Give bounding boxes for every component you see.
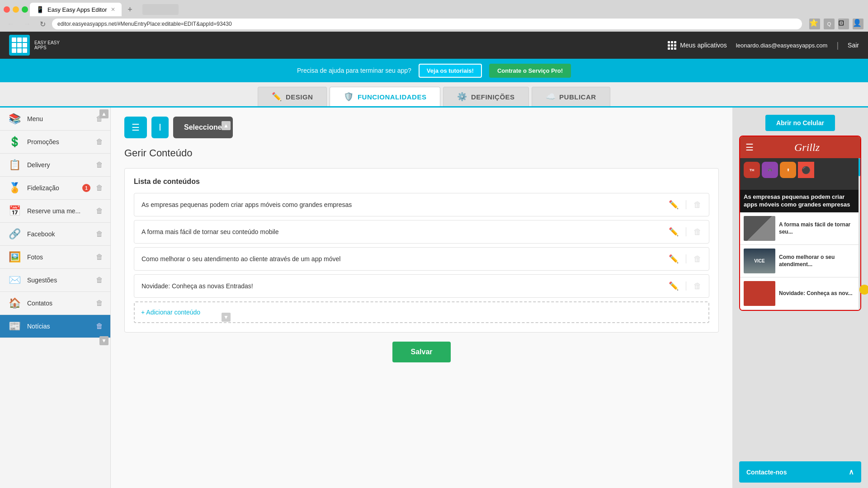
tab-close-icon[interactable]: ✕ bbox=[111, 6, 115, 13]
text-icon: Ⅰ bbox=[159, 122, 161, 133]
content-list-title: Lista de conteúdos bbox=[134, 178, 709, 186]
news-thumb-2: VICE bbox=[744, 249, 775, 273]
reserve-delete-icon[interactable]: 🗑 bbox=[96, 207, 103, 215]
maximize-button[interactable] bbox=[22, 6, 28, 13]
sidebar-item-delivery[interactable]: 📋 Delivery 🗑 bbox=[0, 154, 110, 177]
browser-tab[interactable]: 📱 Easy Easy Apps Editor ✕ bbox=[30, 3, 122, 16]
fotos-delete-icon[interactable]: 🗑 bbox=[96, 253, 103, 261]
phone-preview-area: Abrir no Celular ☰ Grillz TH 🎮 ⬆ ⚫ bbox=[732, 108, 868, 488]
back-button[interactable]: ← bbox=[5, 19, 17, 29]
url-bar[interactable]: editor.easyeasyapps.net/#MenuEntryPlace:… bbox=[52, 19, 802, 29]
menu-icon: 📚 bbox=[7, 113, 22, 125]
sidebar-item-reserve[interactable]: 📅 Reserve uma me... 🗑 bbox=[0, 200, 110, 223]
tab-design[interactable]: ✏️ DESIGN bbox=[258, 87, 327, 106]
minimize-button[interactable] bbox=[13, 6, 19, 13]
my-apps-button[interactable]: Meus aplicativos bbox=[668, 41, 727, 50]
promocoes-delete-icon[interactable]: 🗑 bbox=[96, 138, 103, 146]
logout-button[interactable]: Sair bbox=[848, 42, 859, 49]
edit-icon[interactable]: ✏️ bbox=[669, 227, 679, 237]
hamburger-button[interactable]: ☰ bbox=[124, 117, 147, 138]
phone-hero: TH 🎮 ⬆ ⚫ As empresas pequenas podem cria… bbox=[740, 158, 860, 212]
tab-controls bbox=[142, 4, 179, 15]
phone-content-wrapper: TH 🎮 ⬆ ⚫ As empresas pequenas podem cria… bbox=[740, 158, 860, 310]
news-text-1: A forma mais fácil de tornar seu... bbox=[779, 221, 857, 235]
save-button[interactable]: Salvar bbox=[392, 342, 450, 362]
tab-definicoes-label: DEFINIÇÕES bbox=[471, 93, 515, 101]
text-align-button[interactable]: Ⅰ bbox=[151, 117, 169, 138]
content-top-buttons: ☰ Ⅰ Seleccione bbox=[124, 117, 719, 138]
phone-header: ☰ Grillz bbox=[740, 136, 860, 158]
tab-publicar[interactable]: ☁️ PUBLICAR bbox=[532, 87, 610, 106]
new-tab-button[interactable]: + bbox=[123, 3, 137, 16]
sidebar-scroll-up[interactable]: ▲ bbox=[99, 109, 108, 118]
tutorials-button[interactable]: Veja os tutoriais! bbox=[419, 64, 482, 78]
delivery-delete-icon[interactable]: 🗑 bbox=[96, 161, 103, 169]
noticias-delete-icon[interactable]: 🗑 bbox=[96, 322, 103, 330]
reserve-icon: 📅 bbox=[7, 205, 22, 217]
forward-button[interactable]: → bbox=[21, 19, 33, 29]
delete-icon[interactable]: 🗑 bbox=[693, 254, 702, 264]
sidebar-fotos-label: Fotos bbox=[27, 253, 90, 261]
pro-service-button[interactable]: Contrate o Serviço Pro! bbox=[489, 64, 571, 78]
tab-publicar-label: PUBLICAR bbox=[559, 93, 596, 101]
contatos-delete-icon[interactable]: 🗑 bbox=[96, 299, 103, 307]
header-right: Meus aplicativos leonardo.dias@easyeasya… bbox=[668, 41, 859, 50]
sidebar-item-contatos[interactable]: 🏠 Contatos 🗑 bbox=[0, 292, 110, 315]
sidebar-item-fotos[interactable]: 🖼️ Fotos 🗑 bbox=[0, 246, 110, 269]
user-email: leonardo.dias@easyeasyapps.com bbox=[736, 42, 828, 49]
tab-definicoes[interactable]: ⚙️ DEFINIÇÕES bbox=[443, 87, 528, 106]
bookmark-icon[interactable]: ⭐ bbox=[809, 19, 820, 29]
list-item: As empresas pequenas podem criar apps mó… bbox=[134, 193, 709, 216]
sidebar-item-noticias[interactable]: 📰 Notícias 🗑 bbox=[0, 315, 110, 338]
sidebar-item-fidelizacao[interactable]: 🏅 Fidelização 1 🗑 bbox=[0, 177, 110, 200]
share-icon[interactable]: ⊡ bbox=[838, 19, 849, 29]
hero-app-icon-1: TH bbox=[744, 162, 760, 178]
delete-icon[interactable]: 🗑 bbox=[693, 282, 702, 291]
sidebar-reserve-label: Reserve uma me... bbox=[27, 207, 90, 215]
sidebar-sugestoes-label: Sugestões bbox=[27, 277, 90, 284]
browser-chrome: 📱 Easy Easy Apps Editor ✕ + ← → ↻ editor… bbox=[0, 0, 868, 32]
delete-icon[interactable]: 🗑 bbox=[693, 227, 702, 237]
delete-icon[interactable]: 🗑 bbox=[693, 200, 702, 210]
sugestoes-delete-icon[interactable]: 🗑 bbox=[96, 276, 103, 284]
tab-favicon: 📱 bbox=[36, 6, 44, 13]
sidebar-noticias-label: Notícias bbox=[27, 323, 90, 330]
item-actions: ✏️ 🗑 bbox=[669, 200, 702, 210]
edit-icon[interactable]: ✏️ bbox=[669, 281, 679, 291]
facebook-delete-icon[interactable]: 🗑 bbox=[96, 230, 103, 238]
scroll-down-arrow[interactable]: ▼ bbox=[222, 313, 231, 322]
edit-icon[interactable]: ✏️ bbox=[669, 200, 679, 210]
open-mobile-button[interactable]: Abrir no Celular bbox=[765, 115, 835, 131]
adblock-icon[interactable]: Q bbox=[824, 19, 835, 29]
phone-news-item-2: VICE Como melhorar o seu atendiment... bbox=[740, 245, 860, 277]
edit-icon[interactable]: ✏️ bbox=[669, 254, 679, 264]
tab-funcionalidades[interactable]: 🛡️ FUNCIONALIDADES bbox=[330, 87, 440, 106]
scroll-up-arrow[interactable]: ▲ bbox=[222, 121, 231, 130]
main-layout: ▲ 📚 Menu 🗑 💲 Promoções 🗑 📋 Delivery 🗑 🏅 … bbox=[0, 108, 868, 488]
phone-frame: ☰ Grillz TH 🎮 ⬆ ⚫ As empresas pequenas p… bbox=[739, 136, 861, 311]
publicar-icon: ☁️ bbox=[546, 92, 556, 102]
add-content-button[interactable]: + Adicionar conteúdo bbox=[134, 301, 709, 323]
cursor-indicator bbox=[859, 285, 868, 295]
profile-icon[interactable]: 👤 bbox=[853, 19, 863, 29]
sidebar-item-promocoes[interactable]: 💲 Promoções 🗑 bbox=[0, 131, 110, 154]
item-divider bbox=[686, 282, 686, 291]
tab-title: Easy Easy Apps Editor bbox=[47, 6, 107, 13]
fidelizacao-delete-icon[interactable]: 🗑 bbox=[96, 184, 103, 192]
phone-scroll-thumb bbox=[859, 158, 860, 176]
sidebar-item-facebook[interactable]: 🔗 Facebook 🗑 bbox=[0, 223, 110, 246]
refresh-button[interactable]: ↻ bbox=[37, 19, 48, 29]
close-button[interactable] bbox=[4, 6, 10, 13]
sidebar-item-sugestoes[interactable]: ✉️ Sugestões 🗑 bbox=[0, 269, 110, 292]
sidebar-scroll-down[interactable]: ▼ bbox=[99, 336, 108, 345]
sidebar-item-menu[interactable]: 📚 Menu 🗑 bbox=[0, 108, 110, 131]
logo-grid bbox=[12, 38, 27, 53]
traffic-lights bbox=[4, 6, 28, 13]
header-divider: | bbox=[836, 41, 839, 50]
sidebar-fidelizacao-label: Fidelização bbox=[27, 184, 77, 192]
logo-text: EASY EASY APPS bbox=[34, 40, 60, 50]
item-divider bbox=[686, 200, 686, 209]
tab-design-label: DESIGN bbox=[286, 93, 313, 101]
fidelizacao-icon: 🏅 bbox=[7, 182, 22, 194]
contacte-close-icon[interactable]: ∧ bbox=[849, 468, 854, 476]
